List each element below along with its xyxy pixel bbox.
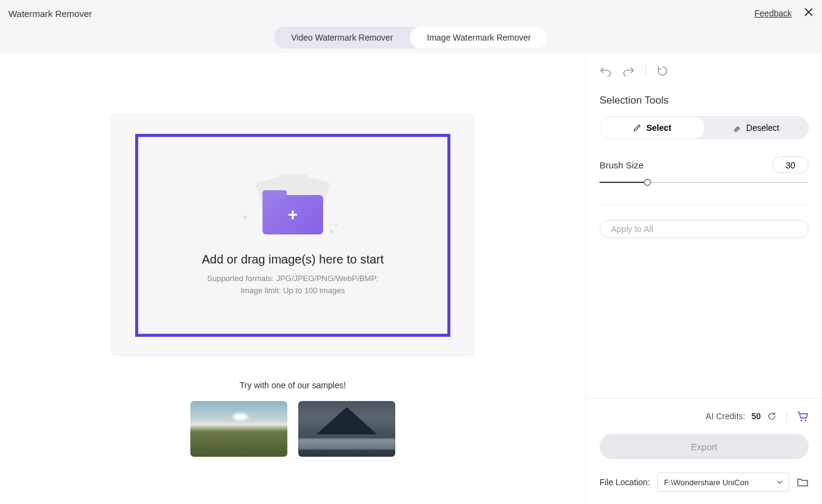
svg-point-1 xyxy=(805,420,807,422)
header-bar: Watermark Remover Feedback Video Waterma… xyxy=(0,0,822,53)
feedback-link[interactable]: Feedback xyxy=(755,8,792,18)
close-icon[interactable] xyxy=(804,7,814,17)
brush-size-value[interactable]: 30 xyxy=(772,156,809,173)
brush-size-row: Brush Size 30 xyxy=(600,156,809,173)
select-tool-button[interactable]: Select xyxy=(600,117,704,139)
tab-image-watermark[interactable]: Image Watermark Remover xyxy=(410,27,547,48)
credits-divider xyxy=(786,411,787,422)
export-button[interactable]: Export xyxy=(600,434,809,459)
mode-tab-switcher: Video Watermark Remover Image Watermark … xyxy=(274,27,547,48)
deselect-tool-label: Deselect xyxy=(746,123,779,133)
drop-zone[interactable]: + ✦ ✦ Add or drag image(s) here to start… xyxy=(135,134,450,337)
refresh-credits-icon[interactable] xyxy=(767,411,777,421)
left-panel: + ✦ ✦ Add or drag image(s) here to start… xyxy=(0,53,586,504)
selection-tool-toggle: Select Deselect xyxy=(600,116,809,139)
chevron-down-icon xyxy=(777,480,783,484)
ai-credits-label: AI Credits: xyxy=(706,411,745,421)
selection-tools-title: Selection Tools xyxy=(600,94,809,107)
file-location-row: File Location: F:\Wondershare UniCon xyxy=(600,472,809,492)
apply-to-all-button[interactable]: Apply to All xyxy=(600,220,809,238)
cart-icon[interactable] xyxy=(797,411,809,422)
tab-video-watermark[interactable]: Video Watermark Remover xyxy=(274,27,410,48)
file-location-label: File Location: xyxy=(600,477,650,487)
brush-size-slider[interactable] xyxy=(600,182,809,183)
drop-zone-limit: Image limit: Up to 100 images xyxy=(207,285,379,297)
drop-zone-title: Add or drag image(s) here to start xyxy=(202,253,384,267)
reset-icon[interactable] xyxy=(657,65,668,76)
eraser-icon xyxy=(733,124,741,132)
samples-label: Try with one of our samples! xyxy=(239,380,346,390)
main-area: + ✦ ✦ Add or drag image(s) here to start… xyxy=(0,53,822,504)
right-panel: Selection Tools Select Deselect Brush Si… xyxy=(586,53,822,504)
toolbar-divider xyxy=(646,65,646,76)
credits-row: AI Credits: 50 xyxy=(600,411,809,422)
add-folder-icon: + ✦ ✦ xyxy=(241,174,344,240)
select-tool-label: Select xyxy=(646,123,671,133)
section-divider xyxy=(600,205,809,205)
brush-size-label: Brush Size xyxy=(600,160,644,170)
ai-credits-value: 50 xyxy=(751,411,761,421)
sample-image-1[interactable] xyxy=(190,401,287,457)
pencil-icon xyxy=(633,124,641,132)
undo-icon[interactable] xyxy=(600,65,612,76)
drop-zone-subtitle: Supported formats: JPG/JPEG/PNG/WebP/BMP… xyxy=(207,273,379,296)
drop-zone-formats: Supported formats: JPG/JPEG/PNG/WebP/BMP… xyxy=(207,273,379,285)
open-folder-icon[interactable] xyxy=(797,477,809,487)
app-title: Watermark Remover xyxy=(8,8,92,19)
file-location-select[interactable]: F:\Wondershare UniCon xyxy=(657,472,789,492)
drop-zone-container: + ✦ ✦ Add or drag image(s) here to start… xyxy=(111,114,475,356)
history-toolbar xyxy=(600,65,809,76)
file-location-value: F:\Wondershare UniCon xyxy=(664,478,749,487)
redo-icon[interactable] xyxy=(623,65,635,76)
slider-thumb[interactable] xyxy=(644,179,651,186)
deselect-tool-button[interactable]: Deselect xyxy=(704,117,809,139)
svg-point-0 xyxy=(801,420,803,422)
sample-image-2[interactable] xyxy=(298,401,395,457)
samples-row xyxy=(190,401,395,457)
export-section: AI Credits: 50 Export File Location: F:\… xyxy=(586,398,822,504)
